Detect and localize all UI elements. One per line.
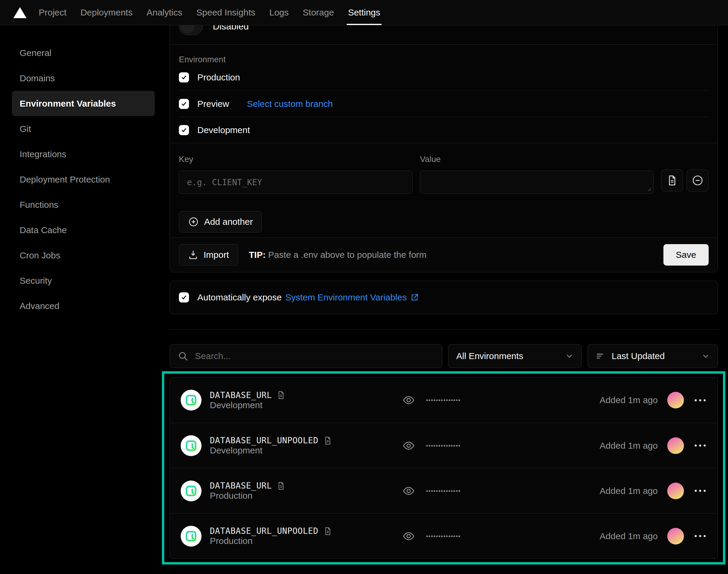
masked-value: ••••••••••••••	[426, 442, 461, 449]
tab-analytics[interactable]: Analytics	[146, 0, 182, 25]
external-link-icon[interactable]	[410, 293, 419, 302]
plus-circle-icon	[188, 216, 199, 227]
environment-section: Environment Production Preview Select cu…	[170, 45, 718, 143]
masked-value: ••••••••••••••	[426, 397, 461, 404]
sidebar-item-data-cache[interactable]: Data Cache	[12, 217, 155, 243]
eye-icon[interactable]	[402, 439, 415, 452]
user-avatar	[667, 483, 684, 499]
tab-speed-insights[interactable]: Speed Insights	[197, 0, 255, 25]
masked-value: ••••••••••••••	[426, 487, 461, 494]
eye-icon[interactable]	[402, 484, 415, 497]
env-var-environment: Production	[210, 536, 252, 546]
added-timestamp: Added 1m ago	[600, 441, 658, 451]
user-avatar	[667, 437, 684, 454]
download-icon	[188, 250, 198, 260]
save-button[interactable]: Save	[663, 244, 709, 265]
system-env-card: Automatically expose System Environment …	[170, 281, 718, 314]
sidebar-item-integrations[interactable]: Integrations	[12, 141, 155, 167]
key-label: Key	[179, 155, 413, 164]
value-label: Value	[420, 155, 654, 164]
preview-checkbox[interactable]	[179, 99, 189, 109]
neon-integration-icon	[181, 481, 202, 501]
sort-dropdown[interactable]: Last Updated	[588, 344, 718, 368]
check-icon	[181, 294, 187, 300]
user-avatar	[667, 392, 684, 408]
check-icon	[181, 127, 187, 133]
add-another-label: Add another	[204, 217, 253, 227]
chevron-down-icon	[701, 352, 710, 360]
development-checkbox[interactable]	[179, 125, 189, 135]
env-var-environment: Development	[210, 445, 262, 455]
resize-handle-icon[interactable]	[646, 187, 651, 192]
env-var-list: DATABASE_URL Development •••••••••••••• …	[170, 377, 718, 559]
auto-expose-label: Automatically expose	[197, 292, 282, 302]
search-input[interactable]	[195, 351, 434, 361]
top-navbar: Project Deployments Analytics Speed Insi…	[0, 0, 728, 25]
env-var-name: DATABASE_URL_UNPOOLED	[210, 526, 318, 536]
form-footer: Import TIP: Paste a .env above to popula…	[170, 237, 718, 272]
remove-row-button[interactable]	[687, 169, 709, 192]
auto-expose-checkbox[interactable]	[179, 292, 189, 302]
row-menu-button[interactable]	[693, 396, 707, 404]
environment-filter-value: All Environments	[456, 351, 523, 361]
import-button[interactable]: Import	[179, 244, 238, 265]
system-env-vars-link[interactable]: System Environment Variables	[285, 292, 406, 302]
environment-variables-panel: Disabled Environment Production Preview …	[170, 25, 728, 559]
sidebar-item-advanced[interactable]: Advanced	[12, 293, 155, 319]
settings-sidebar: General Domains Environment Variables Gi…	[0, 25, 170, 559]
check-icon	[181, 74, 187, 80]
eye-icon[interactable]	[402, 530, 415, 543]
nav-tabs: Project Deployments Analytics Speed Insi…	[39, 0, 380, 25]
added-timestamp: Added 1m ago	[600, 395, 658, 405]
sidebar-item-git[interactable]: Git	[12, 116, 155, 141]
tip-text: TIP: Paste a .env above to populate the …	[249, 250, 427, 260]
vercel-logo-icon[interactable]	[13, 0, 27, 25]
env-var-name: DATABASE_URL_UNPOOLED	[210, 436, 318, 445]
eye-icon[interactable]	[402, 394, 415, 407]
neon-integration-icon	[181, 526, 202, 546]
row-menu-button[interactable]	[693, 532, 707, 540]
note-icon	[323, 527, 332, 536]
sidebar-item-functions[interactable]: Functions	[12, 192, 155, 217]
sidebar-item-general[interactable]: General	[12, 40, 155, 66]
add-another-button[interactable]: Add another	[179, 211, 262, 233]
sidebar-item-cron-jobs[interactable]: Cron Jobs	[12, 243, 155, 268]
tab-project[interactable]: Project	[39, 0, 67, 25]
sidebar-item-domains[interactable]: Domains	[12, 66, 155, 91]
sidebar-item-environment-variables[interactable]: Environment Variables	[12, 91, 155, 116]
paste-env-button[interactable]	[661, 169, 683, 192]
tab-settings[interactable]: Settings	[348, 0, 380, 25]
environment-section-label: Environment	[179, 55, 226, 64]
preview-label: Preview	[197, 99, 229, 109]
environment-option-production: Production	[179, 64, 709, 90]
note-icon	[323, 436, 332, 445]
check-icon	[181, 101, 187, 107]
sidebar-item-deployment-protection[interactable]: Deployment Protection	[12, 167, 155, 192]
chevron-down-icon	[565, 352, 573, 360]
env-var-environment: Development	[210, 400, 262, 410]
sort-value: Last Updated	[612, 351, 665, 361]
row-menu-button[interactable]	[693, 442, 707, 450]
note-icon	[276, 391, 286, 400]
production-label: Production	[197, 72, 240, 82]
tab-logs[interactable]: Logs	[269, 0, 289, 25]
import-label: Import	[204, 250, 229, 260]
env-var-row: DATABASE_URL_UNPOOLED Development ••••••…	[170, 423, 718, 468]
neon-integration-icon	[181, 435, 202, 456]
key-input[interactable]	[179, 171, 413, 194]
tab-deployments[interactable]: Deployments	[80, 0, 132, 25]
section-divider	[170, 329, 718, 330]
env-var-list-wrap: DATABASE_URL Development •••••••••••••• …	[170, 377, 718, 559]
added-timestamp: Added 1m ago	[600, 486, 658, 496]
tab-storage[interactable]: Storage	[303, 0, 334, 25]
row-menu-button[interactable]	[693, 487, 707, 495]
production-checkbox[interactable]	[179, 72, 189, 82]
search-box[interactable]	[170, 344, 442, 368]
sidebar-item-security[interactable]: Security	[12, 268, 155, 293]
note-icon	[276, 481, 286, 490]
user-avatar	[667, 528, 684, 544]
select-custom-branch-link[interactable]: Select custom branch	[247, 99, 333, 109]
value-input[interactable]	[420, 171, 654, 194]
environment-option-development: Development	[179, 117, 709, 143]
environment-filter-dropdown[interactable]: All Environments	[448, 344, 582, 368]
